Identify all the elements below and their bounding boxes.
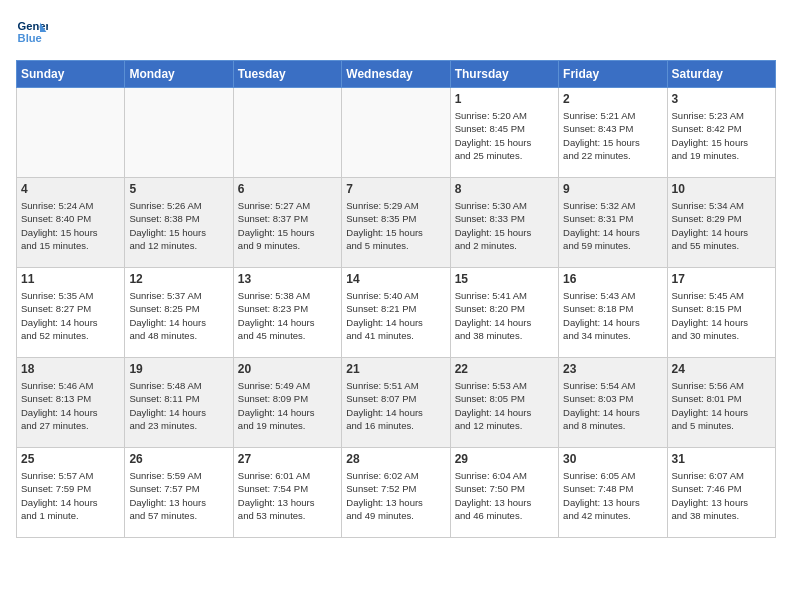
- calendar-cell: 10Sunrise: 5:34 AM Sunset: 8:29 PM Dayli…: [667, 178, 775, 268]
- day-number: 18: [21, 362, 120, 376]
- calendar-cell: 1Sunrise: 5:20 AM Sunset: 8:45 PM Daylig…: [450, 88, 558, 178]
- day-info: Sunrise: 5:51 AM Sunset: 8:07 PM Dayligh…: [346, 379, 445, 432]
- calendar-cell: 5Sunrise: 5:26 AM Sunset: 8:38 PM Daylig…: [125, 178, 233, 268]
- day-info: Sunrise: 5:20 AM Sunset: 8:45 PM Dayligh…: [455, 109, 554, 162]
- calendar-week-5: 25Sunrise: 5:57 AM Sunset: 7:59 PM Dayli…: [17, 448, 776, 538]
- day-number: 28: [346, 452, 445, 466]
- day-info: Sunrise: 5:21 AM Sunset: 8:43 PM Dayligh…: [563, 109, 662, 162]
- calendar-cell: 19Sunrise: 5:48 AM Sunset: 8:11 PM Dayli…: [125, 358, 233, 448]
- calendar-cell: 24Sunrise: 5:56 AM Sunset: 8:01 PM Dayli…: [667, 358, 775, 448]
- day-number: 5: [129, 182, 228, 196]
- header: General Blue: [16, 16, 776, 48]
- calendar-cell: 30Sunrise: 6:05 AM Sunset: 7:48 PM Dayli…: [559, 448, 667, 538]
- day-info: Sunrise: 5:46 AM Sunset: 8:13 PM Dayligh…: [21, 379, 120, 432]
- day-number: 17: [672, 272, 771, 286]
- day-info: Sunrise: 6:02 AM Sunset: 7:52 PM Dayligh…: [346, 469, 445, 522]
- day-info: Sunrise: 5:32 AM Sunset: 8:31 PM Dayligh…: [563, 199, 662, 252]
- calendar-cell: 20Sunrise: 5:49 AM Sunset: 8:09 PM Dayli…: [233, 358, 341, 448]
- calendar-cell: [17, 88, 125, 178]
- day-info: Sunrise: 6:07 AM Sunset: 7:46 PM Dayligh…: [672, 469, 771, 522]
- calendar-cell: 22Sunrise: 5:53 AM Sunset: 8:05 PM Dayli…: [450, 358, 558, 448]
- day-number: 16: [563, 272, 662, 286]
- day-info: Sunrise: 5:49 AM Sunset: 8:09 PM Dayligh…: [238, 379, 337, 432]
- day-info: Sunrise: 5:41 AM Sunset: 8:20 PM Dayligh…: [455, 289, 554, 342]
- day-info: Sunrise: 5:34 AM Sunset: 8:29 PM Dayligh…: [672, 199, 771, 252]
- calendar-week-2: 4Sunrise: 5:24 AM Sunset: 8:40 PM Daylig…: [17, 178, 776, 268]
- calendar-cell: 15Sunrise: 5:41 AM Sunset: 8:20 PM Dayli…: [450, 268, 558, 358]
- day-number: 2: [563, 92, 662, 106]
- weekday-header-tuesday: Tuesday: [233, 61, 341, 88]
- calendar-cell: 12Sunrise: 5:37 AM Sunset: 8:25 PM Dayli…: [125, 268, 233, 358]
- weekday-header-monday: Monday: [125, 61, 233, 88]
- day-info: Sunrise: 5:48 AM Sunset: 8:11 PM Dayligh…: [129, 379, 228, 432]
- day-info: Sunrise: 5:45 AM Sunset: 8:15 PM Dayligh…: [672, 289, 771, 342]
- day-number: 12: [129, 272, 228, 286]
- day-number: 1: [455, 92, 554, 106]
- calendar-cell: 3Sunrise: 5:23 AM Sunset: 8:42 PM Daylig…: [667, 88, 775, 178]
- day-info: Sunrise: 5:53 AM Sunset: 8:05 PM Dayligh…: [455, 379, 554, 432]
- day-info: Sunrise: 5:43 AM Sunset: 8:18 PM Dayligh…: [563, 289, 662, 342]
- calendar-cell: 6Sunrise: 5:27 AM Sunset: 8:37 PM Daylig…: [233, 178, 341, 268]
- calendar-cell: 11Sunrise: 5:35 AM Sunset: 8:27 PM Dayli…: [17, 268, 125, 358]
- day-number: 7: [346, 182, 445, 196]
- day-number: 14: [346, 272, 445, 286]
- day-info: Sunrise: 5:23 AM Sunset: 8:42 PM Dayligh…: [672, 109, 771, 162]
- weekday-header-friday: Friday: [559, 61, 667, 88]
- calendar-week-3: 11Sunrise: 5:35 AM Sunset: 8:27 PM Dayli…: [17, 268, 776, 358]
- day-info: Sunrise: 5:37 AM Sunset: 8:25 PM Dayligh…: [129, 289, 228, 342]
- day-number: 24: [672, 362, 771, 376]
- calendar-cell: 18Sunrise: 5:46 AM Sunset: 8:13 PM Dayli…: [17, 358, 125, 448]
- day-info: Sunrise: 5:56 AM Sunset: 8:01 PM Dayligh…: [672, 379, 771, 432]
- calendar-cell: 25Sunrise: 5:57 AM Sunset: 7:59 PM Dayli…: [17, 448, 125, 538]
- weekday-header-thursday: Thursday: [450, 61, 558, 88]
- weekday-header-wednesday: Wednesday: [342, 61, 450, 88]
- logo: General Blue: [16, 16, 52, 48]
- calendar-cell: [342, 88, 450, 178]
- calendar-cell: 31Sunrise: 6:07 AM Sunset: 7:46 PM Dayli…: [667, 448, 775, 538]
- calendar-cell: 16Sunrise: 5:43 AM Sunset: 8:18 PM Dayli…: [559, 268, 667, 358]
- day-info: Sunrise: 6:01 AM Sunset: 7:54 PM Dayligh…: [238, 469, 337, 522]
- day-number: 8: [455, 182, 554, 196]
- day-number: 20: [238, 362, 337, 376]
- day-info: Sunrise: 6:04 AM Sunset: 7:50 PM Dayligh…: [455, 469, 554, 522]
- day-number: 23: [563, 362, 662, 376]
- day-info: Sunrise: 5:29 AM Sunset: 8:35 PM Dayligh…: [346, 199, 445, 252]
- day-info: Sunrise: 6:05 AM Sunset: 7:48 PM Dayligh…: [563, 469, 662, 522]
- day-number: 29: [455, 452, 554, 466]
- day-number: 11: [21, 272, 120, 286]
- day-info: Sunrise: 5:59 AM Sunset: 7:57 PM Dayligh…: [129, 469, 228, 522]
- svg-text:Blue: Blue: [18, 32, 42, 44]
- day-info: Sunrise: 5:30 AM Sunset: 8:33 PM Dayligh…: [455, 199, 554, 252]
- calendar-cell: 9Sunrise: 5:32 AM Sunset: 8:31 PM Daylig…: [559, 178, 667, 268]
- day-number: 27: [238, 452, 337, 466]
- calendar-cell: 17Sunrise: 5:45 AM Sunset: 8:15 PM Dayli…: [667, 268, 775, 358]
- calendar-cell: 7Sunrise: 5:29 AM Sunset: 8:35 PM Daylig…: [342, 178, 450, 268]
- calendar-cell: 14Sunrise: 5:40 AM Sunset: 8:21 PM Dayli…: [342, 268, 450, 358]
- day-info: Sunrise: 5:35 AM Sunset: 8:27 PM Dayligh…: [21, 289, 120, 342]
- calendar-cell: 21Sunrise: 5:51 AM Sunset: 8:07 PM Dayli…: [342, 358, 450, 448]
- day-info: Sunrise: 5:54 AM Sunset: 8:03 PM Dayligh…: [563, 379, 662, 432]
- day-number: 31: [672, 452, 771, 466]
- day-number: 6: [238, 182, 337, 196]
- day-number: 30: [563, 452, 662, 466]
- calendar-cell: 2Sunrise: 5:21 AM Sunset: 8:43 PM Daylig…: [559, 88, 667, 178]
- day-number: 4: [21, 182, 120, 196]
- day-number: 15: [455, 272, 554, 286]
- day-info: Sunrise: 5:57 AM Sunset: 7:59 PM Dayligh…: [21, 469, 120, 522]
- day-number: 22: [455, 362, 554, 376]
- calendar-cell: 4Sunrise: 5:24 AM Sunset: 8:40 PM Daylig…: [17, 178, 125, 268]
- day-info: Sunrise: 5:38 AM Sunset: 8:23 PM Dayligh…: [238, 289, 337, 342]
- day-number: 3: [672, 92, 771, 106]
- day-number: 25: [21, 452, 120, 466]
- calendar-week-1: 1Sunrise: 5:20 AM Sunset: 8:45 PM Daylig…: [17, 88, 776, 178]
- calendar-cell: [125, 88, 233, 178]
- day-number: 10: [672, 182, 771, 196]
- calendar-cell: 29Sunrise: 6:04 AM Sunset: 7:50 PM Dayli…: [450, 448, 558, 538]
- day-number: 19: [129, 362, 228, 376]
- calendar-cell: 27Sunrise: 6:01 AM Sunset: 7:54 PM Dayli…: [233, 448, 341, 538]
- calendar-cell: 23Sunrise: 5:54 AM Sunset: 8:03 PM Dayli…: [559, 358, 667, 448]
- weekday-header-sunday: Sunday: [17, 61, 125, 88]
- calendar-cell: 28Sunrise: 6:02 AM Sunset: 7:52 PM Dayli…: [342, 448, 450, 538]
- day-number: 9: [563, 182, 662, 196]
- day-info: Sunrise: 5:24 AM Sunset: 8:40 PM Dayligh…: [21, 199, 120, 252]
